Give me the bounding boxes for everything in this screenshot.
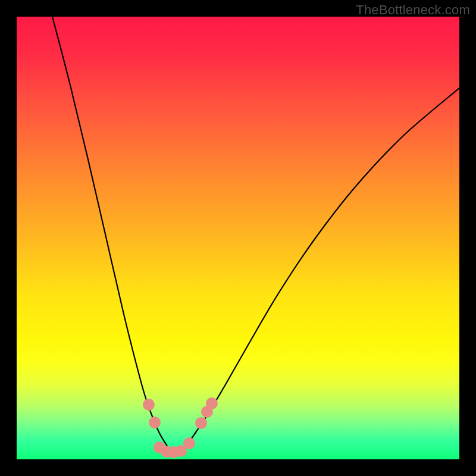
data-marker — [149, 416, 161, 428]
curve-left-branch — [52, 17, 173, 453]
data-marker — [201, 406, 213, 418]
marker-group — [143, 397, 218, 458]
data-marker — [183, 437, 195, 449]
watermark-text: TheBottleneck.com — [356, 2, 470, 18]
data-marker — [154, 441, 165, 453]
data-marker — [168, 446, 180, 458]
chart-frame: TheBottleneck.com — [0, 0, 476, 476]
data-marker — [175, 445, 187, 457]
data-marker — [195, 417, 207, 429]
curve-svg — [17, 17, 459, 459]
plot-area — [17, 17, 459, 459]
data-marker — [206, 397, 218, 409]
curve-right-branch — [173, 88, 459, 453]
data-marker — [161, 446, 173, 458]
data-marker — [143, 399, 155, 411]
